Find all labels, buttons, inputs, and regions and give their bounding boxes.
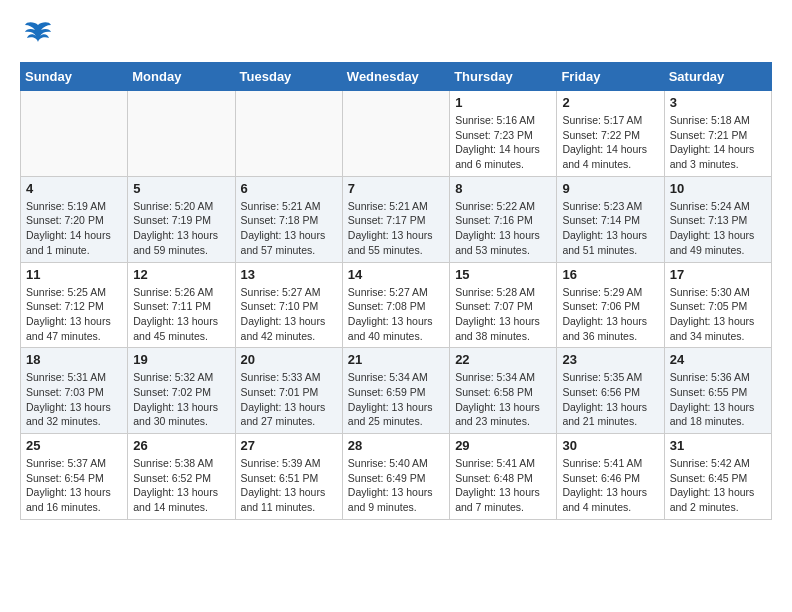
day-info: Sunrise: 5:25 AM Sunset: 7:12 PM Dayligh… bbox=[26, 285, 122, 344]
day-info: Sunrise: 5:22 AM Sunset: 7:16 PM Dayligh… bbox=[455, 199, 551, 258]
calendar-day-cell: 5Sunrise: 5:20 AM Sunset: 7:19 PM Daylig… bbox=[128, 176, 235, 262]
calendar-day-cell: 6Sunrise: 5:21 AM Sunset: 7:18 PM Daylig… bbox=[235, 176, 342, 262]
day-number: 10 bbox=[670, 181, 766, 196]
day-number: 18 bbox=[26, 352, 122, 367]
day-number: 12 bbox=[133, 267, 229, 282]
day-info: Sunrise: 5:40 AM Sunset: 6:49 PM Dayligh… bbox=[348, 456, 444, 515]
day-info: Sunrise: 5:17 AM Sunset: 7:22 PM Dayligh… bbox=[562, 113, 658, 172]
calendar-day-cell: 3Sunrise: 5:18 AM Sunset: 7:21 PM Daylig… bbox=[664, 91, 771, 177]
day-number: 4 bbox=[26, 181, 122, 196]
calendar-day-cell: 20Sunrise: 5:33 AM Sunset: 7:01 PM Dayli… bbox=[235, 348, 342, 434]
day-info: Sunrise: 5:27 AM Sunset: 7:08 PM Dayligh… bbox=[348, 285, 444, 344]
logo bbox=[20, 20, 53, 52]
calendar-week-row: 25Sunrise: 5:37 AM Sunset: 6:54 PM Dayli… bbox=[21, 434, 772, 520]
day-of-week-header: Thursday bbox=[450, 63, 557, 91]
calendar-header-row: SundayMondayTuesdayWednesdayThursdayFrid… bbox=[21, 63, 772, 91]
day-number: 15 bbox=[455, 267, 551, 282]
calendar-day-cell: 23Sunrise: 5:35 AM Sunset: 6:56 PM Dayli… bbox=[557, 348, 664, 434]
day-info: Sunrise: 5:28 AM Sunset: 7:07 PM Dayligh… bbox=[455, 285, 551, 344]
calendar-day-cell: 1Sunrise: 5:16 AM Sunset: 7:23 PM Daylig… bbox=[450, 91, 557, 177]
calendar-day-cell: 4Sunrise: 5:19 AM Sunset: 7:20 PM Daylig… bbox=[21, 176, 128, 262]
day-number: 30 bbox=[562, 438, 658, 453]
day-info: Sunrise: 5:32 AM Sunset: 7:02 PM Dayligh… bbox=[133, 370, 229, 429]
day-number: 2 bbox=[562, 95, 658, 110]
calendar-day-cell: 21Sunrise: 5:34 AM Sunset: 6:59 PM Dayli… bbox=[342, 348, 449, 434]
logo-bird-icon bbox=[23, 20, 53, 52]
day-of-week-header: Wednesday bbox=[342, 63, 449, 91]
calendar-day-cell bbox=[128, 91, 235, 177]
day-number: 26 bbox=[133, 438, 229, 453]
day-info: Sunrise: 5:26 AM Sunset: 7:11 PM Dayligh… bbox=[133, 285, 229, 344]
day-info: Sunrise: 5:38 AM Sunset: 6:52 PM Dayligh… bbox=[133, 456, 229, 515]
calendar-week-row: 18Sunrise: 5:31 AM Sunset: 7:03 PM Dayli… bbox=[21, 348, 772, 434]
day-number: 16 bbox=[562, 267, 658, 282]
day-number: 27 bbox=[241, 438, 337, 453]
day-number: 9 bbox=[562, 181, 658, 196]
day-info: Sunrise: 5:29 AM Sunset: 7:06 PM Dayligh… bbox=[562, 285, 658, 344]
day-of-week-header: Saturday bbox=[664, 63, 771, 91]
day-of-week-header: Sunday bbox=[21, 63, 128, 91]
calendar-week-row: 11Sunrise: 5:25 AM Sunset: 7:12 PM Dayli… bbox=[21, 262, 772, 348]
day-number: 29 bbox=[455, 438, 551, 453]
day-info: Sunrise: 5:35 AM Sunset: 6:56 PM Dayligh… bbox=[562, 370, 658, 429]
calendar-day-cell: 29Sunrise: 5:41 AM Sunset: 6:48 PM Dayli… bbox=[450, 434, 557, 520]
calendar-day-cell: 16Sunrise: 5:29 AM Sunset: 7:06 PM Dayli… bbox=[557, 262, 664, 348]
day-info: Sunrise: 5:33 AM Sunset: 7:01 PM Dayligh… bbox=[241, 370, 337, 429]
calendar-day-cell: 18Sunrise: 5:31 AM Sunset: 7:03 PM Dayli… bbox=[21, 348, 128, 434]
day-number: 1 bbox=[455, 95, 551, 110]
calendar-day-cell: 15Sunrise: 5:28 AM Sunset: 7:07 PM Dayli… bbox=[450, 262, 557, 348]
day-number: 7 bbox=[348, 181, 444, 196]
calendar-day-cell: 14Sunrise: 5:27 AM Sunset: 7:08 PM Dayli… bbox=[342, 262, 449, 348]
calendar-day-cell: 30Sunrise: 5:41 AM Sunset: 6:46 PM Dayli… bbox=[557, 434, 664, 520]
calendar-day-cell: 11Sunrise: 5:25 AM Sunset: 7:12 PM Dayli… bbox=[21, 262, 128, 348]
day-number: 28 bbox=[348, 438, 444, 453]
calendar-day-cell: 9Sunrise: 5:23 AM Sunset: 7:14 PM Daylig… bbox=[557, 176, 664, 262]
day-number: 19 bbox=[133, 352, 229, 367]
calendar-week-row: 4Sunrise: 5:19 AM Sunset: 7:20 PM Daylig… bbox=[21, 176, 772, 262]
day-info: Sunrise: 5:41 AM Sunset: 6:46 PM Dayligh… bbox=[562, 456, 658, 515]
day-info: Sunrise: 5:16 AM Sunset: 7:23 PM Dayligh… bbox=[455, 113, 551, 172]
day-info: Sunrise: 5:24 AM Sunset: 7:13 PM Dayligh… bbox=[670, 199, 766, 258]
day-info: Sunrise: 5:30 AM Sunset: 7:05 PM Dayligh… bbox=[670, 285, 766, 344]
day-number: 14 bbox=[348, 267, 444, 282]
day-info: Sunrise: 5:34 AM Sunset: 6:58 PM Dayligh… bbox=[455, 370, 551, 429]
day-number: 13 bbox=[241, 267, 337, 282]
day-number: 20 bbox=[241, 352, 337, 367]
calendar-day-cell: 8Sunrise: 5:22 AM Sunset: 7:16 PM Daylig… bbox=[450, 176, 557, 262]
day-info: Sunrise: 5:20 AM Sunset: 7:19 PM Dayligh… bbox=[133, 199, 229, 258]
day-info: Sunrise: 5:36 AM Sunset: 6:55 PM Dayligh… bbox=[670, 370, 766, 429]
calendar-day-cell: 27Sunrise: 5:39 AM Sunset: 6:51 PM Dayli… bbox=[235, 434, 342, 520]
day-info: Sunrise: 5:23 AM Sunset: 7:14 PM Dayligh… bbox=[562, 199, 658, 258]
day-info: Sunrise: 5:21 AM Sunset: 7:18 PM Dayligh… bbox=[241, 199, 337, 258]
day-info: Sunrise: 5:19 AM Sunset: 7:20 PM Dayligh… bbox=[26, 199, 122, 258]
calendar-day-cell bbox=[235, 91, 342, 177]
day-number: 22 bbox=[455, 352, 551, 367]
calendar-day-cell: 12Sunrise: 5:26 AM Sunset: 7:11 PM Dayli… bbox=[128, 262, 235, 348]
day-number: 11 bbox=[26, 267, 122, 282]
calendar-day-cell: 25Sunrise: 5:37 AM Sunset: 6:54 PM Dayli… bbox=[21, 434, 128, 520]
day-info: Sunrise: 5:27 AM Sunset: 7:10 PM Dayligh… bbox=[241, 285, 337, 344]
day-info: Sunrise: 5:21 AM Sunset: 7:17 PM Dayligh… bbox=[348, 199, 444, 258]
calendar-day-cell: 31Sunrise: 5:42 AM Sunset: 6:45 PM Dayli… bbox=[664, 434, 771, 520]
day-number: 8 bbox=[455, 181, 551, 196]
calendar-week-row: 1Sunrise: 5:16 AM Sunset: 7:23 PM Daylig… bbox=[21, 91, 772, 177]
day-number: 5 bbox=[133, 181, 229, 196]
calendar-day-cell: 17Sunrise: 5:30 AM Sunset: 7:05 PM Dayli… bbox=[664, 262, 771, 348]
day-number: 31 bbox=[670, 438, 766, 453]
day-of-week-header: Monday bbox=[128, 63, 235, 91]
calendar-day-cell: 10Sunrise: 5:24 AM Sunset: 7:13 PM Dayli… bbox=[664, 176, 771, 262]
calendar-day-cell bbox=[21, 91, 128, 177]
calendar-table: SundayMondayTuesdayWednesdayThursdayFrid… bbox=[20, 62, 772, 520]
calendar-day-cell: 19Sunrise: 5:32 AM Sunset: 7:02 PM Dayli… bbox=[128, 348, 235, 434]
day-info: Sunrise: 5:41 AM Sunset: 6:48 PM Dayligh… bbox=[455, 456, 551, 515]
calendar-day-cell: 22Sunrise: 5:34 AM Sunset: 6:58 PM Dayli… bbox=[450, 348, 557, 434]
calendar-day-cell: 7Sunrise: 5:21 AM Sunset: 7:17 PM Daylig… bbox=[342, 176, 449, 262]
day-info: Sunrise: 5:18 AM Sunset: 7:21 PM Dayligh… bbox=[670, 113, 766, 172]
calendar-day-cell: 2Sunrise: 5:17 AM Sunset: 7:22 PM Daylig… bbox=[557, 91, 664, 177]
day-info: Sunrise: 5:37 AM Sunset: 6:54 PM Dayligh… bbox=[26, 456, 122, 515]
day-number: 25 bbox=[26, 438, 122, 453]
day-number: 24 bbox=[670, 352, 766, 367]
calendar-day-cell: 24Sunrise: 5:36 AM Sunset: 6:55 PM Dayli… bbox=[664, 348, 771, 434]
day-number: 6 bbox=[241, 181, 337, 196]
calendar-day-cell: 28Sunrise: 5:40 AM Sunset: 6:49 PM Dayli… bbox=[342, 434, 449, 520]
